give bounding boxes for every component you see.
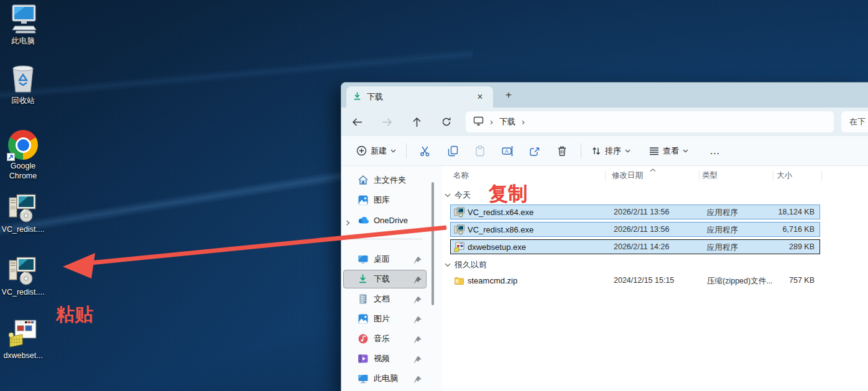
copy-button[interactable] <box>439 140 466 162</box>
file-name: VC_redist.x64.exe <box>468 208 533 217</box>
sidebar-item-this-pc[interactable]: 此电脑 <box>343 369 427 388</box>
recycle-bin-icon <box>8 63 38 94</box>
explorer-main: 主文件夹 图库 OneDrive <box>341 166 868 391</box>
list-lines-icon <box>649 147 659 155</box>
tab-bar: 下载 × + <box>341 83 868 108</box>
new-button-label: 新建 <box>371 145 387 157</box>
desktop-icon-label: VC_redist.... <box>2 225 45 235</box>
sort-arrows-icon <box>591 146 601 156</box>
column-divider <box>773 170 773 181</box>
file-type: 应用程序 <box>707 208 738 218</box>
file-row-steamcmd[interactable]: steamcmd.zip 2024/12/15 15:15 压缩(zipped)… <box>450 273 820 288</box>
home-icon <box>358 175 369 186</box>
file-row-vc-redist-x64[interactable]: VC_redist.x64.exe 2026/2/11 13:56 应用程序 1… <box>450 205 820 219</box>
share-button[interactable] <box>521 140 548 162</box>
sidebar-item-gallery[interactable]: 图库 <box>343 191 427 209</box>
sidebar-item-onedrive[interactable]: OneDrive <box>343 211 427 229</box>
column-header-date[interactable]: 修改日期 <box>612 170 643 181</box>
column-header-name[interactable]: 名称 <box>453 170 469 181</box>
sidebar-item-documents[interactable]: 文档 <box>343 290 427 308</box>
desktop-icon-vc-redist-1[interactable]: VC_redist.... <box>0 192 46 235</box>
sidebar-item-label: 音乐 <box>374 333 390 344</box>
forward-button[interactable] <box>377 112 397 132</box>
onedrive-cloud-icon <box>358 214 369 226</box>
sidebar-item-label: 下载 <box>374 274 390 285</box>
rename-button[interactable]: A <box>494 140 521 162</box>
desktop-icon-recycle-bin[interactable]: 回收站 <box>0 63 46 106</box>
command-toolbar: 新建 A 排序 查看 … <box>341 136 868 166</box>
sidebar-item-pictures[interactable]: 图片 <box>343 310 427 328</box>
sidebar-scrollbar[interactable] <box>432 182 434 305</box>
new-tab-button[interactable]: + <box>501 88 517 103</box>
column-header-type[interactable]: 类型 <box>702 170 718 181</box>
sort-button-label: 排序 <box>605 145 621 157</box>
file-list-area: 名称 修改日期 类型 大小 今天 VC_redist. <box>442 166 868 391</box>
chevron-down-icon <box>683 149 688 153</box>
pin-icon <box>413 335 422 343</box>
pin-icon <box>413 355 422 363</box>
document-icon <box>358 293 369 305</box>
more-options-button[interactable]: … <box>702 145 728 157</box>
column-divider <box>699 170 699 181</box>
paste-button[interactable] <box>466 140 494 162</box>
search-text: 在下 <box>849 116 866 127</box>
file-row-dxwebsetup[interactable]: dxwebsetup.exe 2026/2/11 14:26 应用程序 289 … <box>450 239 820 254</box>
desktop-icon-vc-redist-2[interactable]: VC_redist.... <box>0 255 46 298</box>
download-icon <box>353 91 362 103</box>
pin-icon <box>413 295 422 303</box>
desktop-icon-this-pc[interactable]: 此电脑 <box>0 4 46 47</box>
sidebar-item-home[interactable]: 主文件夹 <box>343 171 427 190</box>
new-button[interactable]: 新建 <box>351 142 401 160</box>
column-divider <box>605 170 606 181</box>
svg-text:A: A <box>505 148 509 154</box>
sidebar-item-label: 图库 <box>374 195 390 206</box>
sort-ascending-chevron-icon <box>650 165 656 174</box>
desktop-icon-dxwebsetup[interactable]: dxwebset... <box>0 318 46 361</box>
sidebar-item-downloads[interactable]: 下载 <box>343 270 427 288</box>
navigation-bar: › 下载 › 在下 <box>341 108 868 136</box>
sidebar-item-label: 图片 <box>374 313 390 324</box>
file-explorer-window: 下载 × + › 下载 › 在下 <box>341 82 868 391</box>
this-pc-icon <box>7 4 39 35</box>
zip-folder-icon <box>454 275 464 286</box>
download-icon <box>358 274 369 285</box>
group-header-today[interactable]: 今天 <box>445 188 471 202</box>
installer-file-icon <box>454 207 464 218</box>
chevron-down-icon <box>445 193 451 198</box>
refresh-button[interactable] <box>436 112 456 132</box>
toolbar-separator <box>581 144 581 159</box>
navigation-pane: 主文件夹 图库 OneDrive <box>341 166 442 391</box>
up-button[interactable] <box>407 112 427 132</box>
breadcrumb-item-downloads[interactable]: 下载 <box>499 116 515 127</box>
sidebar-item-videos[interactable]: 视频 <box>343 349 427 368</box>
sort-button[interactable]: 排序 <box>586 142 635 160</box>
group-header-long-ago[interactable]: 很久以前 <box>445 258 487 272</box>
sidebar-item-label: 文档 <box>374 293 390 305</box>
delete-button[interactable] <box>548 140 576 162</box>
cut-button[interactable] <box>412 140 439 162</box>
desktop-icon-label: Google Chrome <box>0 162 46 181</box>
view-button[interactable]: 查看 <box>644 142 693 160</box>
file-size: 18,124 KB <box>778 208 815 216</box>
back-button[interactable] <box>347 112 367 132</box>
tab-downloads[interactable]: 下载 × <box>346 86 493 108</box>
file-size: 757 KB <box>789 276 815 285</box>
search-input[interactable]: 在下 <box>841 111 868 132</box>
address-bar[interactable]: › 下载 › <box>466 111 834 132</box>
breadcrumb-chevron: › <box>522 116 525 127</box>
file-date: 2026/2/11 13:56 <box>614 208 669 216</box>
monitor-icon <box>473 116 484 128</box>
pin-icon <box>413 315 422 323</box>
file-date: 2026/2/11 13:56 <box>614 225 669 234</box>
desktop-icon-google-chrome[interactable]: Google Chrome <box>0 129 46 181</box>
tab-close-button[interactable]: × <box>473 90 487 104</box>
column-header-row: 名称 修改日期 类型 大小 <box>442 167 868 183</box>
column-header-size[interactable]: 大小 <box>777 170 792 181</box>
view-button-label: 查看 <box>663 145 679 157</box>
column-divider <box>821 170 822 181</box>
shortcut-arrow-icon <box>7 153 15 161</box>
sidebar-item-music[interactable]: 音乐 <box>343 329 427 348</box>
sidebar-item-label: 桌面 <box>374 254 390 265</box>
file-row-vc-redist-x86[interactable]: VC_redist.x86.exe 2026/2/11 13:56 应用程序 6… <box>450 222 820 237</box>
sidebar-item-desktop[interactable]: 桌面 <box>343 250 427 269</box>
